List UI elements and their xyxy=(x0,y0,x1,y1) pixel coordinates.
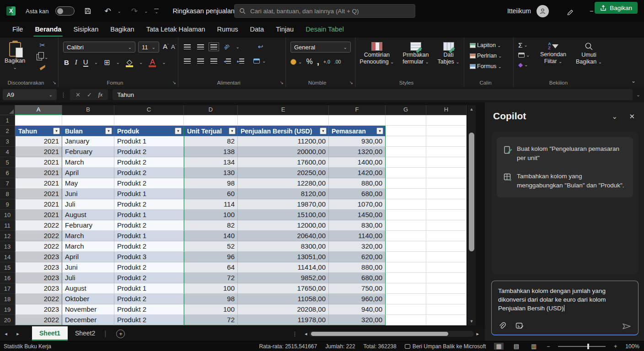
cell-D12[interactable]: 140 xyxy=(184,231,238,241)
cell-A12[interactable]: 2022 xyxy=(15,231,62,241)
workbook-statistics-button[interactable]: Statistik Buku Kerja xyxy=(0,343,51,350)
expand-formula-bar-icon[interactable]: ⌄ xyxy=(636,92,640,98)
scroll-right-icon[interactable]: ▸ xyxy=(474,331,481,337)
cell-H17[interactable] xyxy=(426,283,467,294)
scroll-left-icon[interactable]: ◂ xyxy=(302,331,310,337)
filter-button[interactable]: ▾ xyxy=(175,128,182,134)
chevron-down-icon[interactable]: ⌄ xyxy=(236,44,239,49)
cell-C7[interactable]: Produkt 2 xyxy=(114,178,184,189)
row-header-4[interactable]: 4 xyxy=(0,147,15,157)
cut-button[interactable]: ✂ xyxy=(39,41,45,49)
align-left-icon[interactable] xyxy=(184,58,191,64)
cell-F6[interactable]: 1420,00 xyxy=(329,168,386,178)
cell-C14[interactable]: Produkt 3 xyxy=(114,252,184,262)
chevron-down-icon[interactable]: ⌄ xyxy=(116,60,119,65)
column-header-H[interactable]: H xyxy=(426,105,467,115)
cell-D8[interactable]: 60 xyxy=(184,189,238,199)
cell-D1[interactable] xyxy=(184,115,238,126)
row-header-17[interactable]: 17 xyxy=(0,283,15,294)
cell-B16[interactable]: Juli xyxy=(62,273,114,283)
cell-B10[interactable]: August xyxy=(62,210,114,220)
cell-C18[interactable]: Produkt 2 xyxy=(114,294,184,304)
filter-button[interactable]: ▾ xyxy=(53,128,60,134)
cell-C6[interactable]: Produkt 2 xyxy=(114,168,184,178)
filter-button[interactable]: ▾ xyxy=(320,128,327,134)
cell-H12[interactable] xyxy=(426,231,467,241)
cell-C16[interactable]: Produkt 2 xyxy=(114,273,184,283)
cell-B15[interactable]: Juni xyxy=(62,262,114,273)
copilot-suggestion[interactable]: Tambahkan kolom yang menggabungkan "Bula… xyxy=(503,172,627,190)
tab-bagikan[interactable]: Bagikan xyxy=(104,22,140,37)
row-header-18[interactable]: 18 xyxy=(0,294,15,304)
cell-A6[interactable]: 2021 xyxy=(15,168,62,178)
cell-D9[interactable]: 114 xyxy=(184,199,238,210)
cell-H4[interactable] xyxy=(426,147,467,157)
collapse-ribbon-icon[interactable]: ⌄ xyxy=(631,78,636,84)
cell-A18[interactable]: 2022 xyxy=(15,294,62,304)
row-header-11[interactable]: 11 xyxy=(0,220,15,231)
chevron-down-icon[interactable]: ⌄ xyxy=(118,9,121,14)
comma-style-button[interactable]: , xyxy=(317,59,319,64)
shrink-font-button[interactable]: Aˇ xyxy=(171,43,176,50)
cell-E10[interactable]: 15100,00 xyxy=(238,210,329,220)
cell-D16[interactable]: 72 xyxy=(184,273,238,283)
cell-F17[interactable]: 750,00 xyxy=(329,283,386,294)
cell-B5[interactable]: March xyxy=(62,157,114,168)
cell-H13[interactable] xyxy=(426,241,467,252)
cell-H15[interactable] xyxy=(426,262,467,273)
cell-H8[interactable] xyxy=(426,189,467,199)
cell-E6[interactable]: 20250,00 xyxy=(238,168,329,178)
horizontal-scrollbar[interactable]: ◂ ▸ xyxy=(302,331,481,337)
cell-G12[interactable] xyxy=(386,231,426,241)
italic-button[interactable]: I xyxy=(75,58,77,66)
formula-input[interactable]: Tahun xyxy=(113,89,633,100)
cancel-icon[interactable]: ✕ xyxy=(75,91,80,98)
align-right-icon[interactable] xyxy=(210,58,217,64)
cell-H2[interactable] xyxy=(426,126,467,136)
font-color-button[interactable]: A xyxy=(149,58,156,67)
cell-A1[interactable] xyxy=(15,115,62,126)
cell-F14[interactable]: 620,00 xyxy=(329,252,386,262)
cell-E9[interactable]: 19870,00 xyxy=(238,199,329,210)
cell-E17[interactable]: 17650,00 xyxy=(238,283,329,294)
next-sheet-icon[interactable]: ▸ xyxy=(12,331,24,337)
zoom-slider-thumb[interactable] xyxy=(587,344,589,349)
row-header-19[interactable]: 19 xyxy=(0,304,15,315)
cell-F10[interactable]: 1450,00 xyxy=(329,210,386,220)
normal-view-button[interactable]: ▦ xyxy=(494,343,503,350)
cell-C9[interactable]: Produkt 2 xyxy=(114,199,184,210)
dialog-launcher-icon[interactable]: ↘ xyxy=(280,80,284,85)
row-header-10[interactable]: 10 xyxy=(0,210,15,220)
attach-icon[interactable] xyxy=(498,322,506,330)
select-all-corner[interactable] xyxy=(0,105,15,115)
cell-G1[interactable] xyxy=(386,115,426,126)
merge-center-button[interactable]: ⌄ xyxy=(253,58,266,64)
cell-B14[interactable]: April xyxy=(62,252,114,262)
cell-G6[interactable] xyxy=(386,168,426,178)
row-header-1[interactable]: 1 xyxy=(0,115,15,126)
insert-cells-button[interactable]: Lapiton⌄ xyxy=(470,42,502,48)
cell-E19[interactable]: 20208,00 xyxy=(238,304,329,315)
cell-G18[interactable] xyxy=(386,294,426,304)
tab-rumus[interactable]: Rumus xyxy=(211,22,244,37)
cell-F11[interactable]: 830,00 xyxy=(329,220,386,231)
share-button[interactable]: Bagikan xyxy=(595,2,638,14)
filter-button[interactable]: ▾ xyxy=(229,128,236,134)
cell-H16[interactable] xyxy=(426,273,467,283)
dialog-launcher-icon[interactable]: ↘ xyxy=(349,80,353,85)
tab-tata-letak-halaman[interactable]: Tata Letak Halaman xyxy=(140,22,211,37)
cell-A8[interactable]: 2021 xyxy=(15,189,62,199)
cell-C12[interactable]: Produkt 1 xyxy=(114,231,184,241)
cell-C11[interactable]: Produkt 2 xyxy=(114,220,184,231)
cell-H7[interactable] xyxy=(426,178,467,189)
align-bottom-icon[interactable] xyxy=(210,44,217,49)
cell-B7[interactable]: May xyxy=(62,178,114,189)
fill-button[interactable]: ⌄ xyxy=(518,53,530,58)
column-header-A[interactable]: A xyxy=(15,105,62,115)
cell-F8[interactable]: 680,00 xyxy=(329,189,386,199)
cell-F4[interactable]: 1320,00 xyxy=(329,147,386,157)
table-header-1[interactable]: Bulan▾ xyxy=(62,126,114,136)
zoom-slider[interactable] xyxy=(558,346,606,347)
cell-F1[interactable] xyxy=(329,115,386,126)
row-header-5[interactable]: 5 xyxy=(0,157,15,168)
